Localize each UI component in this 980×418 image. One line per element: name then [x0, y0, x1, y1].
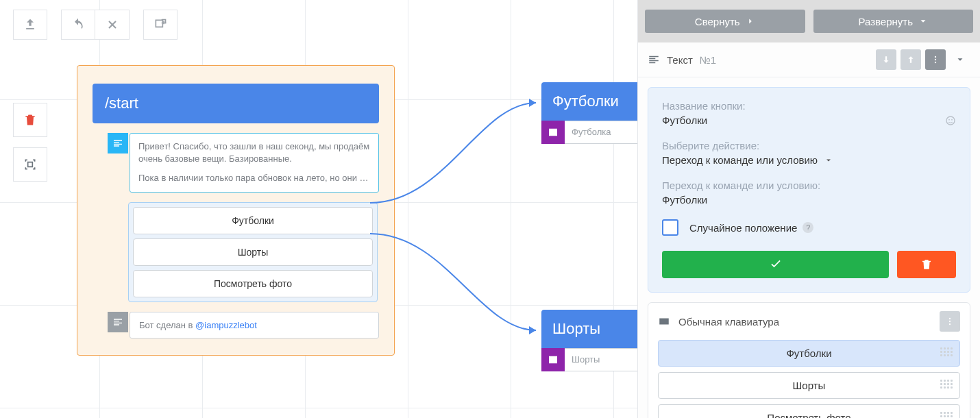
- canvas[interactable]: /start Привет! Спасибо, что зашли в наш …: [0, 0, 637, 418]
- keyboard-item-label: Шорты: [793, 380, 826, 391]
- footer-prefix: Бот сделан в: [139, 320, 195, 330]
- node-tshirts[interactable]: Футболки Футболка: [541, 82, 651, 144]
- bounds-button[interactable]: [13, 147, 47, 182]
- svg-point-6: [948, 119, 950, 120]
- svg-marker-1: [529, 326, 536, 334]
- more-vertical-icon: [945, 317, 955, 326]
- upload-icon: [23, 18, 37, 32]
- name-label: Название кнопки:: [662, 100, 956, 112]
- move-down-button[interactable]: [876, 49, 896, 70]
- target-label: Переход к команде или условию:: [662, 180, 956, 191]
- arrow-down-icon: [881, 55, 891, 64]
- close-button[interactable]: [95, 10, 130, 40]
- message-line-2: Пока в наличии только пара обновок на ле…: [138, 172, 370, 184]
- message-line-1: Привет! Спасибо, что зашли в наш секонд,…: [138, 140, 370, 165]
- keyboard-item-label: Посмотреть фото: [767, 412, 850, 418]
- chevron-down-icon: [918, 16, 928, 26]
- emoji-icon[interactable]: [945, 115, 956, 126]
- message-block[interactable]: Привет! Спасибо, что зашли в наш секонд,…: [93, 133, 379, 193]
- svg-point-8: [949, 318, 951, 319]
- chevron-right-icon: [746, 16, 755, 26]
- action-label: Выберите действие:: [662, 140, 956, 151]
- confirm-button[interactable]: [662, 251, 889, 278]
- footer-link[interactable]: @iampuzzlebot: [195, 320, 257, 330]
- top-toolbar: [13, 10, 177, 40]
- random-checkbox[interactable]: [662, 219, 678, 236]
- toggle-collapse-button[interactable]: [950, 49, 970, 70]
- svg-point-9: [949, 321, 951, 322]
- start-button-photos[interactable]: Посмотреть фото: [133, 270, 373, 297]
- section-number: №1: [700, 54, 716, 66]
- panel-top-bar: Свернуть Развернуть: [638, 0, 980, 42]
- start-title: /start: [93, 84, 379, 123]
- more-button[interactable]: [925, 49, 946, 70]
- trash-icon: [920, 258, 933, 271]
- more-vertical-icon: [931, 55, 940, 64]
- delete-button[interactable]: [897, 251, 956, 278]
- name-value: Футболки: [662, 114, 707, 126]
- start-button-shorts[interactable]: Шорты: [133, 238, 373, 266]
- chevron-down-icon: [824, 156, 833, 164]
- keyboard-header: Обычная клавиатура: [658, 311, 960, 332]
- start-card[interactable]: /start Привет! Спасибо, что зашли в наш …: [77, 65, 395, 356]
- node-shorts[interactable]: Шорты Шорты: [541, 310, 651, 371]
- random-row[interactable]: Случайное положение ?: [662, 219, 956, 236]
- move-up-button[interactable]: [901, 49, 921, 70]
- node-sub: Футболка: [541, 121, 651, 144]
- grip-icon[interactable]: [940, 347, 955, 360]
- arrow-up-icon: [906, 55, 916, 64]
- text-align-icon: [108, 133, 128, 153]
- chevron-down-icon: [955, 55, 965, 64]
- undo-button[interactable]: [61, 10, 95, 40]
- node-title: Футболки: [541, 82, 651, 121]
- keyboard-more-button[interactable]: [940, 311, 960, 332]
- start-button-tshirts[interactable]: Футболки: [133, 207, 373, 234]
- add-screen-button[interactable]: [143, 10, 177, 40]
- close-icon: [106, 18, 119, 32]
- random-label: Случайное положение: [689, 222, 797, 234]
- action-value: Переход к команде или условию: [662, 154, 818, 166]
- form-actions: [662, 251, 956, 278]
- keyboard-item-shorts[interactable]: Шорты: [658, 372, 960, 399]
- footer-block[interactable]: Бот сделан в @iampuzzlebot: [93, 312, 379, 339]
- keyboard-title: Обычная клавиатура: [678, 316, 779, 328]
- name-value-row[interactable]: Футболки: [662, 114, 956, 126]
- svg-marker-0: [529, 99, 536, 107]
- help-icon[interactable]: ?: [803, 222, 813, 233]
- gallery-icon: [541, 121, 565, 144]
- add-screen-icon: [154, 18, 167, 32]
- side-tools: [13, 103, 47, 182]
- svg-point-5: [946, 116, 955, 125]
- keyboard-item-tshirts[interactable]: Футболки: [658, 340, 960, 367]
- svg-point-2: [935, 56, 936, 58]
- grip-icon[interactable]: [940, 412, 955, 419]
- check-icon: [769, 258, 783, 271]
- text-align-icon: [648, 53, 660, 66]
- node-title: Шорты: [541, 310, 651, 348]
- section-header[interactable]: Текст №1: [638, 42, 980, 77]
- expand-label: Развернуть: [858, 16, 913, 27]
- collapse-button[interactable]: Свернуть: [645, 10, 805, 33]
- expand-button[interactable]: Развернуть: [813, 10, 974, 33]
- start-button-group: Футболки Шорты Посмотреть фото: [128, 202, 378, 302]
- svg-point-7: [951, 119, 953, 120]
- svg-point-4: [935, 62, 936, 63]
- svg-point-10: [949, 323, 951, 325]
- keyboard-item-photos[interactable]: Посмотреть фото: [658, 404, 960, 418]
- undo-icon: [71, 18, 85, 32]
- footer-text: Бот сделан в @iampuzzlebot: [130, 312, 379, 339]
- action-select[interactable]: Переход к команде или условию: [662, 154, 956, 166]
- delete-node-button[interactable]: [13, 103, 47, 137]
- keyboard-icon: [658, 315, 670, 328]
- text-align-icon: [108, 312, 128, 332]
- section-label: Текст: [667, 54, 693, 66]
- grip-icon[interactable]: [940, 380, 955, 392]
- upload-button[interactable]: [13, 10, 47, 40]
- collapse-label: Свернуть: [695, 16, 740, 27]
- keyboard-item-label: Футболки: [786, 347, 831, 359]
- bounds-icon: [23, 158, 37, 171]
- button-form: Название кнопки: Футболки Выберите дейст…: [648, 87, 970, 293]
- message-box: Привет! Спасибо, что зашли в наш секонд,…: [130, 133, 379, 193]
- target-value[interactable]: Футболки: [662, 194, 956, 206]
- node-sub: Шорты: [541, 348, 651, 371]
